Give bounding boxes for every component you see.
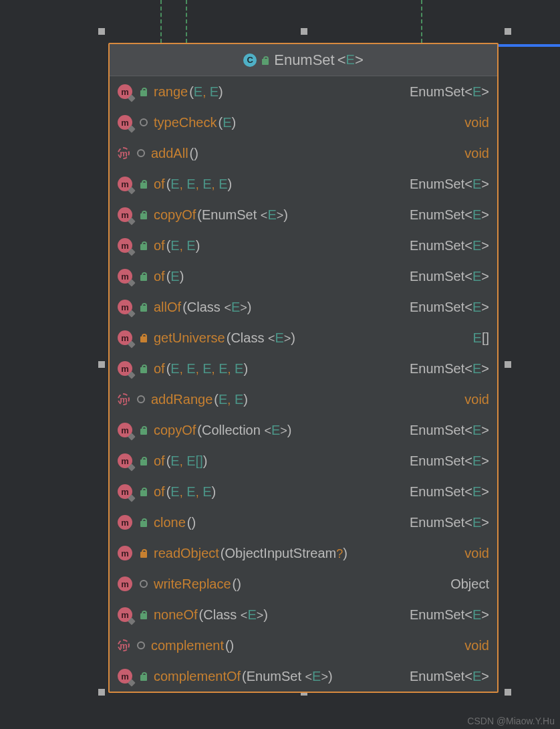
package-modifier-icon bbox=[135, 395, 147, 403]
public-modifier-icon bbox=[138, 210, 150, 219]
package-modifier-icon bbox=[135, 641, 147, 649]
public-modifier-icon bbox=[138, 302, 150, 312]
return-type: EnumSet<E> bbox=[410, 607, 489, 623]
method-row[interactable]: mnoneOf(Class <E>)EnumSet<E> bbox=[110, 599, 497, 630]
public-modifier-icon bbox=[261, 56, 270, 65]
return-type: EnumSet<E> bbox=[410, 453, 489, 469]
return-type: EnumSet<E> bbox=[410, 177, 489, 192]
resize-handle[interactable] bbox=[505, 361, 511, 368]
class-header[interactable]: C EnumSet<E> bbox=[110, 44, 497, 76]
return-type: void bbox=[464, 546, 489, 561]
resize-handle[interactable] bbox=[505, 689, 511, 696]
method-signature: of(E, E) bbox=[154, 238, 410, 253]
method-row[interactable]: mcomplementOf(EnumSet <E>)EnumSet<E> bbox=[110, 661, 497, 692]
return-type: EnumSet<E> bbox=[410, 484, 489, 500]
method-icon: m bbox=[118, 577, 132, 591]
method-row[interactable]: mof(E, E, E)EnumSet<E> bbox=[110, 476, 497, 507]
method-icon: m bbox=[118, 330, 132, 345]
method-icon: m bbox=[118, 115, 132, 130]
public-modifier-icon bbox=[138, 364, 150, 373]
method-icon: m bbox=[118, 147, 130, 159]
public-modifier-icon bbox=[138, 241, 150, 250]
resize-handle[interactable] bbox=[98, 361, 105, 368]
method-signature: noneOf(Class <E>) bbox=[154, 607, 410, 623]
method-row[interactable]: mclone()EnumSet<E> bbox=[110, 507, 497, 538]
method-icon: m bbox=[118, 238, 132, 253]
method-icon: m bbox=[118, 546, 132, 560]
public-modifier-icon bbox=[138, 272, 150, 281]
method-signature: typeCheck(E) bbox=[154, 115, 464, 130]
class-icon: C bbox=[243, 54, 257, 67]
return-type: void bbox=[464, 638, 489, 653]
relation-line bbox=[160, 0, 162, 43]
method-icon: m bbox=[118, 393, 130, 405]
return-type: void bbox=[464, 392, 489, 407]
method-row[interactable]: mgetUniverse(Class <E>)E[] bbox=[110, 322, 497, 353]
return-type: EnumSet<E> bbox=[410, 361, 489, 377]
private-modifier-icon bbox=[138, 548, 150, 558]
resize-handle[interactable] bbox=[98, 28, 105, 35]
method-row[interactable]: mof(E)EnumSet<E> bbox=[110, 261, 497, 292]
method-row[interactable]: mreadObject(ObjectInputStream?)void bbox=[110, 538, 497, 568]
method-icon: m bbox=[118, 453, 132, 468]
method-row[interactable]: mof(E, E, E, E)EnumSet<E> bbox=[110, 169, 497, 199]
method-row[interactable]: mallOf(Class <E>)EnumSet<E> bbox=[110, 292, 497, 322]
method-icon: m bbox=[118, 423, 132, 437]
method-row[interactable]: mcomplement()void bbox=[110, 630, 497, 661]
method-signature: writeReplace() bbox=[154, 577, 450, 592]
class-diagram-node[interactable]: C EnumSet<E> mrange(E, E)EnumSet<E>mtype… bbox=[108, 43, 499, 693]
method-icon: m bbox=[118, 84, 132, 99]
method-row[interactable]: mwriteReplace()Object bbox=[110, 568, 497, 599]
method-row[interactable]: mcopyOf(EnumSet <E>)EnumSet<E> bbox=[110, 199, 497, 230]
method-row[interactable]: maddAll()void bbox=[110, 138, 497, 169]
method-signature: readObject(ObjectInputStream?) bbox=[154, 546, 464, 561]
method-icon: m bbox=[118, 300, 132, 314]
method-icon: m bbox=[118, 607, 132, 622]
resize-handle[interactable] bbox=[301, 28, 307, 35]
resize-handle[interactable] bbox=[98, 689, 105, 696]
public-modifier-icon bbox=[138, 487, 150, 496]
method-icon: m bbox=[118, 515, 132, 530]
resize-handle[interactable] bbox=[505, 28, 511, 35]
public-modifier-icon bbox=[138, 518, 150, 527]
selected-edge-line bbox=[493, 44, 560, 47]
method-signature: complementOf(EnumSet <E>) bbox=[154, 669, 410, 684]
relation-line bbox=[186, 0, 187, 43]
method-row[interactable]: mrange(E, E)EnumSet<E> bbox=[110, 76, 497, 107]
relation-line bbox=[421, 0, 422, 43]
class-name: EnumSet<E> bbox=[274, 51, 364, 69]
method-row[interactable]: mcopyOf(Collection <E>)EnumSet<E> bbox=[110, 415, 497, 445]
public-modifier-icon bbox=[138, 179, 150, 189]
public-modifier-icon bbox=[138, 671, 150, 681]
method-signature: copyOf(Collection <E>) bbox=[154, 423, 410, 438]
method-signature: clone() bbox=[154, 515, 410, 530]
return-type: EnumSet<E> bbox=[410, 669, 489, 684]
return-type: EnumSet<E> bbox=[410, 515, 489, 530]
method-row[interactable]: mof(E, E[])EnumSet<E> bbox=[110, 445, 497, 476]
method-row[interactable]: mof(E, E)EnumSet<E> bbox=[110, 230, 497, 261]
method-signature: of(E) bbox=[154, 269, 410, 284]
method-icon: m bbox=[118, 207, 132, 222]
public-modifier-icon bbox=[138, 425, 150, 435]
public-modifier-icon bbox=[138, 456, 150, 465]
return-type: EnumSet<E> bbox=[410, 84, 489, 100]
method-icon: m bbox=[118, 669, 132, 684]
method-icon: m bbox=[118, 484, 132, 499]
method-row[interactable]: maddRange(E, E)void bbox=[110, 384, 497, 415]
return-type: void bbox=[464, 146, 489, 161]
return-type: Object bbox=[450, 577, 489, 592]
return-type: void bbox=[464, 115, 489, 130]
return-type: EnumSet<E> bbox=[410, 300, 489, 315]
method-signature: allOf(Class <E>) bbox=[154, 300, 410, 315]
method-signature: range(E, E) bbox=[154, 84, 410, 100]
method-row[interactable]: mtypeCheck(E)void bbox=[110, 107, 497, 138]
method-row[interactable]: mof(E, E, E, E, E)EnumSet<E> bbox=[110, 353, 497, 384]
return-type: EnumSet<E> bbox=[410, 238, 489, 253]
private-modifier-icon bbox=[138, 333, 150, 342]
return-type: EnumSet<E> bbox=[410, 269, 489, 284]
package-modifier-icon bbox=[138, 118, 150, 126]
method-signature: of(E, E, E, E, E) bbox=[154, 361, 410, 377]
method-signature: copyOf(EnumSet <E>) bbox=[154, 207, 410, 223]
public-modifier-icon bbox=[138, 610, 150, 619]
method-icon: m bbox=[118, 361, 132, 376]
